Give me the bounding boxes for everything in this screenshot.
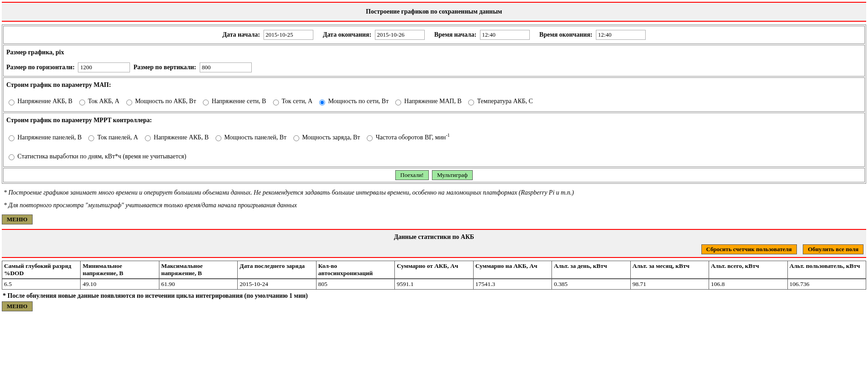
mppt-radio-input[interactable] [216, 135, 221, 141]
menu-button-bottom[interactable]: МЕНЮ [2, 301, 33, 311]
stats-column-header: Альт. всего, кВтч [709, 261, 787, 279]
map-radio-option[interactable]: Ток АКБ, А [77, 98, 120, 105]
table-row: 6.549.1061.902015-10-248059591.117541.30… [2, 279, 866, 290]
note-multigraph: * Для повторного просмотра "мультиграф" … [4, 202, 864, 209]
stats-cell: 805 [316, 279, 394, 290]
time-start-label: Время начала: [434, 31, 476, 38]
reset-user-counter-button[interactable]: Сбросить счетчик пользователя [701, 244, 797, 254]
mppt-param-row: Строим график по параметру MPPT контролл… [3, 113, 865, 167]
mppt-radio-input[interactable] [367, 135, 373, 141]
stats-cell: 6.5 [2, 279, 81, 290]
map-radio-option[interactable]: Ток сети, А [271, 98, 313, 105]
size-v-label: Размер по вертикали: [134, 64, 196, 71]
stats-column-header: Минимальное напряжение, В [81, 261, 159, 279]
multigraph-button[interactable]: Мультиграф [432, 170, 473, 180]
map-radio-input[interactable] [319, 100, 325, 105]
map-param-row: Строим график по параметру МАП: Напряжен… [3, 77, 865, 112]
stats-title: Данные статистики по АКБ [5, 234, 863, 244]
map-radio-option[interactable]: Напряжение МАП, В [393, 98, 461, 105]
map-radio-input[interactable] [203, 100, 209, 105]
time-end-input[interactable] [596, 30, 646, 40]
go-button[interactable]: Поехали! [395, 170, 429, 180]
mppt-radio-input[interactable] [293, 135, 299, 141]
mppt-radio-option[interactable]: Статистика выработки по дням, кВт*ч (вре… [6, 153, 186, 160]
size-v-input[interactable] [200, 62, 252, 72]
stats-column-header: Максимальное напряжение, В [159, 261, 237, 279]
map-radio-option[interactable]: Напряжение сети, В [201, 98, 266, 105]
size-heading: Размер графика, pix [6, 49, 862, 56]
map-radio-input[interactable] [395, 100, 401, 105]
map-radio-option[interactable]: Мощность по АКБ, Вт [124, 98, 196, 105]
map-radio-input[interactable] [468, 100, 474, 105]
stats-cell: 106.736 [787, 279, 866, 290]
mppt-radio-input[interactable] [9, 135, 14, 141]
stats-column-header: Альт. пользователь, кВтч [787, 261, 866, 279]
stats-cell: 0.385 [552, 279, 630, 290]
mppt-heading: Строим график по параметру MPPT контролл… [6, 117, 862, 124]
mppt-radio-option[interactable]: Напряжение панелей, В [6, 134, 82, 141]
mppt-radio-option[interactable]: Мощность панелей, Вт [213, 134, 287, 141]
mppt-radio-option[interactable]: Мощность заряда, Вт [291, 134, 360, 141]
reset-footnote: * После обнуления новые данные появляютс… [3, 292, 865, 300]
stats-cell: 17541.3 [473, 279, 551, 290]
mppt-radio-input[interactable] [88, 135, 94, 141]
map-radio-input[interactable] [126, 100, 132, 105]
map-radio-option[interactable]: Температура АКБ, С [466, 98, 533, 105]
stats-cell: 49.10 [81, 279, 159, 290]
reset-all-fields-button[interactable]: Обнулить все поля [803, 244, 863, 254]
stats-column-header: Суммарно от АКБ, Ач [395, 261, 473, 279]
stats-cell: 2015-10-24 [238, 279, 316, 290]
size-row: Размер графика, pix Размер по горизонтал… [3, 45, 865, 76]
map-radio-input[interactable] [79, 100, 85, 105]
mppt-radio-input[interactable] [145, 135, 151, 141]
graphs-section-header: Построение графиков по сохраненным данны… [2, 2, 866, 22]
stats-column-header: Суммарно на АКБ, Ач [473, 261, 551, 279]
stats-column-header: Альт. за месяц, кВтч [630, 261, 709, 279]
mppt-radio-input[interactable] [9, 154, 14, 160]
time-end-label: Время окончания: [539, 31, 592, 38]
stats-cell: 61.90 [159, 279, 237, 290]
map-radio-option[interactable]: Напряжение АКБ, В [6, 98, 72, 105]
stats-column-header: Кол-во автосинхронизаций [316, 261, 394, 279]
stats-header-row: Самый глубокий разряд %DODМинимальное на… [2, 261, 866, 279]
stats-cell: 98.71 [630, 279, 709, 290]
size-h-label: Размер по горизонтали: [6, 64, 75, 71]
date-end-label: Дата окончания: [323, 31, 371, 38]
map-radio-option[interactable]: Мощность по сети, Вт [317, 98, 388, 105]
date-end-input[interactable] [375, 30, 425, 40]
stats-column-header: Дата последнего заряда [238, 261, 316, 279]
mppt-radio-option[interactable]: Ток панелей, А [86, 134, 138, 141]
note-performance: * Построение графиков занимает много вре… [4, 189, 864, 196]
map-radio-input[interactable] [9, 100, 14, 105]
mppt-radio-option[interactable]: Напряжение АКБ, В [143, 134, 209, 141]
stats-table: Самый глубокий разряд %DODМинимальное на… [2, 261, 866, 290]
date-start-label: Дата начала: [222, 31, 260, 38]
map-radio-input[interactable] [273, 100, 279, 105]
stats-column-header: Альт. за день, кВтч [552, 261, 630, 279]
map-heading: Строим график по параметру МАП: [6, 81, 862, 89]
stats-column-header: Самый глубокий разряд %DOD [2, 261, 81, 279]
config-panel: Дата начала: Дата окончания: Время начал… [2, 24, 866, 184]
stats-cell: 106.8 [709, 279, 787, 290]
time-start-input[interactable] [480, 30, 530, 40]
date-start-input[interactable] [264, 30, 313, 40]
date-time-row: Дата начала: Дата окончания: Время начал… [3, 26, 865, 44]
stats-section-header: Данные статистики по АКБ Сбросить счетчи… [2, 229, 866, 258]
menu-button-top[interactable]: МЕНЮ [2, 214, 33, 224]
stats-cell: 9591.1 [395, 279, 473, 290]
size-h-input[interactable] [78, 62, 130, 72]
mppt-radio-option[interactable]: Частота оборотов ВГ, мин-1 [364, 134, 450, 141]
action-row: Поехали! Мультиграф [3, 168, 865, 182]
